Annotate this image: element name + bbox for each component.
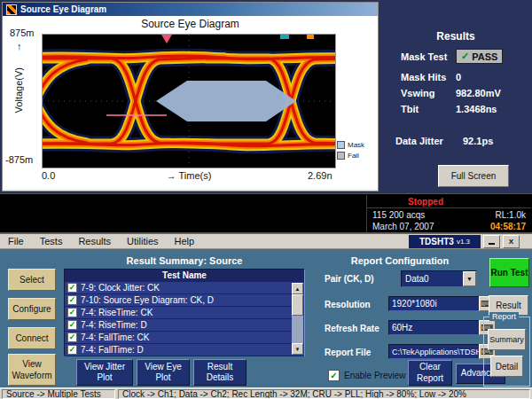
acqs-count: 115 200 acqs — [372, 210, 425, 220]
scope-status-strip: Stopped 115 200 acqs RL:1.0k March 07, 2… — [0, 193, 532, 233]
pass-check-icon: ✓ — [67, 295, 77, 305]
datetime-row: March 07, 2007 04:58:17 — [367, 220, 531, 231]
connect-button[interactable]: Connect — [8, 327, 56, 349]
result-summary-table: Test Name ✓ 7-9: Clock Jitter: CK ✓ 7-10… — [64, 269, 305, 356]
full-screen-button[interactable]: Full Screen — [438, 165, 509, 187]
result-details-button[interactable]: Result Details — [193, 359, 246, 386]
test-row[interactable]: ✓ 7-4: RiseTime: CK — [65, 307, 304, 319]
pass-check-icon: ✓ — [67, 308, 77, 317]
menu-bar: File Tests Results Utilities Help TDSHT3… — [0, 234, 532, 249]
legend-item-mask: Mask — [337, 141, 364, 149]
test-row[interactable]: ✓ 7-4: FallTime: CK — [65, 332, 304, 344]
window-titlebar[interactable]: Source Eye Diagram — [3, 3, 378, 16]
mask-test-label: Mask Test — [401, 51, 456, 62]
dropdown-arrow-icon[interactable]: ▼ — [463, 271, 476, 286]
pair-dropdown[interactable]: Data0 ▼ — [401, 270, 477, 287]
resolution-field[interactable]: 1920*1080i — [388, 296, 482, 311]
eye-diagram-window: Source Eye Diagram Source Eye Diagram 87… — [2, 2, 379, 192]
scroll-up-icon[interactable]: ▲ — [292, 283, 303, 294]
window-title: Source Eye Diagram — [20, 4, 106, 14]
pair-label: Pair (CK, D) — [325, 274, 374, 284]
tdsht3-application: Source Eye Diagram Source Eye Diagram 87… — [0, 0, 532, 399]
run-test-button[interactable]: Run Test — [489, 258, 529, 287]
scroll-down-icon[interactable]: ▼ — [292, 343, 303, 355]
detail-button[interactable]: Detail — [490, 356, 523, 377]
window-icon — [6, 4, 17, 15]
acquisition-status: Stopped — [367, 195, 531, 208]
menu-help[interactable]: Help — [167, 236, 203, 246]
refresh-rate-field[interactable]: 60Hz — [388, 320, 482, 335]
test-row[interactable]: ✓ 7-4: RiseTime: D — [65, 319, 304, 332]
report-file-field[interactable]: C:\TekApplications\TDSHT — [388, 344, 482, 359]
fail-legend-label: Fail — [348, 152, 359, 160]
y-axis-min-label: -875m — [5, 154, 33, 165]
control-panel: Select Configure Connect View Waveform R… — [0, 249, 532, 387]
mask-test-row: Mask Test ✓ PASS — [401, 49, 503, 64]
report-config-title: Report Configuration — [316, 255, 484, 266]
result-summary-title: Result Summary: Source — [64, 255, 305, 266]
fail-legend-swatch — [337, 152, 345, 160]
x-axis-max-label: 2.69n — [308, 170, 332, 181]
status-right: Clock -> Ch1; Data -> Ch2; Rec Length ->… — [118, 389, 530, 399]
acquisition-readout: Stopped 115 200 acqs RL:1.0k March 07, 2… — [366, 195, 531, 232]
mask-test-pass-badge: ✓ PASS — [456, 49, 503, 64]
results-title: Results — [379, 30, 532, 43]
menu-tests[interactable]: Tests — [32, 236, 71, 246]
resolution-label: Resolution — [325, 300, 371, 309]
mask-legend-swatch — [337, 141, 345, 149]
mask-legend-label: Mask — [348, 141, 364, 149]
pass-check-icon: ✓ — [67, 283, 77, 293]
report-group-label: Report — [489, 312, 519, 321]
app-version: v1.3 — [457, 238, 470, 246]
data-jitter-value: 92.1ps — [463, 136, 493, 146]
pass-check-icon: ✓ — [461, 51, 469, 62]
vswing-label: Vswing — [401, 88, 456, 98]
pass-check-icon: ✓ — [67, 332, 77, 342]
results-panel: Results Mask Test ✓ PASS Mask Hits 0 Vsw… — [379, 0, 532, 193]
test-row[interactable]: ✓ 7-10: Source Eye Diagram: CK, D — [65, 294, 304, 307]
scope-date: March 07, 2007 — [372, 222, 434, 231]
summary-button[interactable]: Summary — [488, 329, 526, 350]
select-button[interactable]: Select — [8, 269, 56, 291]
test-row[interactable]: ✓ 7-4: FallTime: D — [65, 344, 304, 356]
enable-preview-checkbox[interactable]: ✓ — [328, 370, 340, 381]
clear-report-button[interactable]: Clear Report — [408, 360, 452, 386]
status-left: Source -> Multiple Tests — [2, 389, 115, 399]
eye-diagram-body: Source Eye Diagram 875m ↑ Voltage(V) -87… — [3, 16, 378, 189]
test-name-column-header: Test Name — [65, 270, 304, 282]
view-eye-plot-button[interactable]: View Eye Plot — [137, 359, 190, 386]
view-jitter-plot-button[interactable]: View Jitter Plot — [76, 359, 133, 386]
pass-check-icon: ✓ — [67, 320, 77, 330]
record-length: RL:1.0k — [496, 210, 526, 220]
view-waveform-button[interactable]: View Waveform — [8, 354, 56, 386]
tbit-row: Tbit 1.3468ns — [401, 104, 497, 114]
scope-time: 04:58:17 — [490, 222, 526, 231]
pair-value: Data0 — [402, 274, 463, 284]
minimize-button[interactable] — [483, 235, 500, 248]
menu-results[interactable]: Results — [70, 236, 119, 246]
pass-check-icon: ✓ — [67, 345, 77, 355]
refresh-rate-label: Refresh Rate — [325, 324, 379, 333]
scope-display-area: Source Eye Diagram Source Eye Diagram 87… — [0, 0, 532, 193]
scrollbar-thumb[interactable] — [292, 294, 303, 316]
status-bar: Source -> Multiple Tests Clock -> Ch1; D… — [0, 387, 532, 399]
table-scrollbar[interactable]: ▲ ▼ — [292, 283, 303, 355]
vswing-row: Vswing 982.80mV — [401, 88, 501, 98]
mask-hits-row: Mask Hits 0 — [401, 72, 461, 82]
y-axis-arrow-icon: ↑ — [17, 41, 22, 51]
close-button[interactable]: X — [503, 235, 520, 248]
chart-title: Source Eye Diagram — [3, 18, 378, 30]
app-name: TDSHT3 — [419, 237, 454, 246]
minimize-icon — [489, 243, 495, 245]
test-row[interactable]: ✓ 7-9: Clock Jitter: CK — [65, 282, 304, 294]
menu-file[interactable]: File — [0, 236, 32, 246]
mask-hits-value: 0 — [456, 72, 461, 82]
tbit-label: Tbit — [401, 104, 456, 114]
trigger-marker-icon — [280, 35, 289, 39]
x-axis-min-label: 0.0 — [42, 170, 55, 181]
report-file-label: Report File — [325, 348, 371, 357]
configure-button[interactable]: Configure — [8, 298, 56, 320]
acqs-row: 115 200 acqs RL:1.0k — [367, 208, 531, 220]
menu-utilities[interactable]: Utilities — [119, 236, 166, 246]
y-axis-max-label: 875m — [10, 27, 35, 38]
